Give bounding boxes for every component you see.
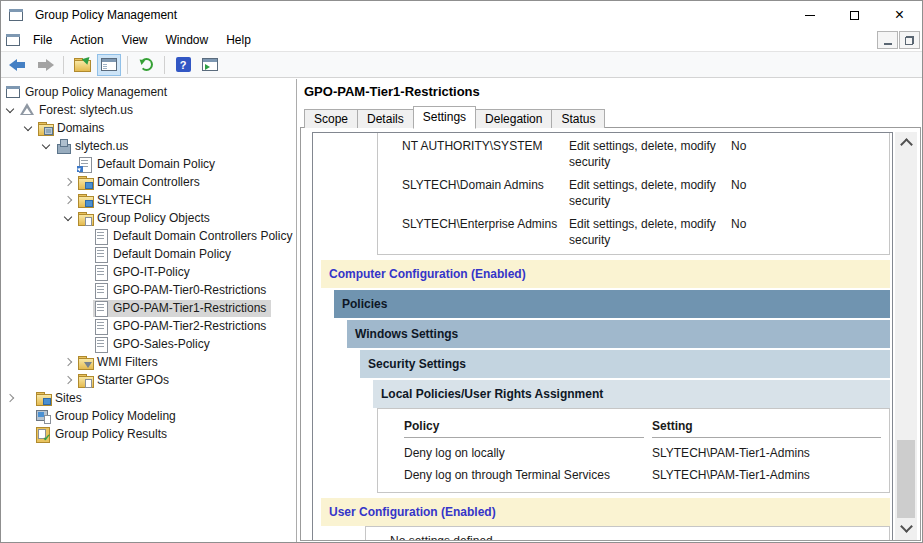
forward-button[interactable]: [33, 54, 57, 76]
policy-setting: SLYTECH\PAM-Tier1-Admins: [652, 460, 881, 482]
no-settings-text: No settings defined.: [390, 534, 496, 540]
tree-item-gpo-pam-tier1[interactable]: GPO-PAM-Tier1-Restrictions: [1, 299, 296, 317]
close-button[interactable]: ×: [877, 1, 922, 29]
gpo-scroll-icon: [93, 300, 109, 316]
tab-settings[interactable]: Settings: [413, 106, 476, 129]
allowed-permissions: Edit settings, delete, modify security: [569, 138, 731, 170]
allowed-permissions: Edit settings, delete, modify security: [569, 177, 731, 209]
delegation-row: SLYTECH\Enterprise Admins Edit settings,…: [378, 216, 889, 248]
policy-row: Deny log on locally SLYTECH\PAM-Tier1-Ad…: [404, 438, 881, 460]
tree-item-root[interactable]: Group Policy Management: [1, 83, 296, 101]
forest-icon: [19, 102, 35, 118]
policy-name: Deny log on locally: [404, 438, 644, 460]
policy-name: Deny log on through Terminal Services: [404, 460, 644, 482]
tree-item-wmi-filters[interactable]: WMI Filters: [1, 353, 296, 371]
console-tree-icon: [101, 58, 117, 71]
chevron-right-icon[interactable]: [61, 372, 77, 388]
domains-folder-icon: [37, 120, 53, 136]
tree-item-gpo-sales-policy[interactable]: GPO-Sales-Policy: [1, 335, 296, 353]
minimize-icon: [805, 15, 815, 16]
policy-settings-table: Policy Setting Deny log on locally SLYTE…: [377, 408, 890, 493]
menu-file[interactable]: File: [24, 29, 61, 51]
maximize-icon: [850, 11, 859, 20]
close-icon: ×: [895, 7, 904, 23]
scroll-down-button[interactable]: [895, 520, 917, 537]
minimize-button[interactable]: [787, 1, 832, 29]
tab-delegation[interactable]: Delegation: [475, 109, 552, 128]
chevron-down-icon[interactable]: [61, 210, 77, 226]
trustee-name: SLYTECH\Domain Admins: [402, 177, 569, 209]
user-configuration-banner[interactable]: User Configuration (Enabled): [321, 498, 890, 526]
tree-item-default-domain-policy-link[interactable]: Default Domain Policy: [1, 155, 296, 173]
tree-item-domain-controllers[interactable]: Domain Controllers: [1, 173, 296, 191]
menu-window[interactable]: Window: [157, 29, 218, 51]
policy-table-header: Policy Setting: [404, 419, 881, 438]
child-minimize-button[interactable]: [877, 31, 898, 49]
menu-view[interactable]: View: [113, 29, 157, 51]
child-restore-button[interactable]: [899, 31, 920, 49]
delegation-row: NT AUTHORITY\SYSTEM Edit settings, delet…: [378, 138, 889, 170]
tree-item-sites[interactable]: Sites: [1, 389, 296, 407]
policies-banner[interactable]: Policies: [334, 290, 890, 318]
tree-item-gpo-pam-tier2[interactable]: GPO-PAM-Tier2-Restrictions: [1, 317, 296, 335]
tree-item-gp-results[interactable]: Group Policy Results: [1, 425, 296, 443]
chevron-right-icon[interactable]: [61, 354, 77, 370]
inherited-flag: No: [731, 216, 889, 248]
tree-item-slytech-ou[interactable]: SLYTECH: [1, 191, 296, 209]
back-button[interactable]: [6, 54, 30, 76]
app-icon: [8, 7, 24, 23]
maximize-button[interactable]: [832, 1, 877, 29]
refresh-icon: [140, 58, 153, 71]
tree-item-domain-slytech[interactable]: slytech.us: [1, 137, 296, 155]
ou-folder-icon: [77, 174, 93, 190]
gpo-scroll-icon: [93, 336, 109, 352]
menu-bar: File Action View Window Help: [1, 29, 922, 51]
trustee-name: SLYTECH\Enterprise Admins: [402, 216, 569, 248]
mdi-child-icon: [5, 32, 21, 48]
trustee-name: NT AUTHORITY\SYSTEM: [402, 138, 569, 170]
windows-settings-banner[interactable]: Windows Settings: [347, 320, 890, 348]
gpo-scroll-icon: [93, 282, 109, 298]
gpo-folder-icon: [77, 210, 93, 226]
domain-icon: [55, 138, 71, 154]
menu-action[interactable]: Action: [61, 29, 112, 51]
chevron-right-icon[interactable]: [61, 192, 77, 208]
tree-item-starter-gpos[interactable]: Starter GPOs: [1, 371, 296, 389]
export-list-button[interactable]: [70, 54, 94, 76]
show-console-tree-button[interactable]: [97, 54, 121, 76]
chevron-right-icon[interactable]: [3, 390, 19, 406]
folder-up-icon: [74, 58, 90, 71]
tree-item-gpo-default-domain-policy[interactable]: Default Domain Policy: [1, 245, 296, 263]
computer-configuration-banner[interactable]: Computer Configuration (Enabled): [321, 260, 890, 288]
scroll-up-button[interactable]: [895, 135, 917, 152]
gp-modeling-icon: [35, 408, 51, 424]
help-button[interactable]: ?: [171, 54, 195, 76]
policy-row: Deny log on through Terminal Services SL…: [404, 460, 881, 482]
chevron-down-icon[interactable]: [3, 102, 19, 118]
user-configuration-empty: No settings defined.: [365, 526, 890, 540]
chevron-down-icon[interactable]: [39, 138, 55, 154]
menu-help[interactable]: Help: [217, 29, 260, 51]
allowed-permissions: Edit settings, delete, modify security: [569, 216, 731, 248]
tree-item-domains[interactable]: Domains: [1, 119, 296, 137]
tree-item-gpo-it-policy[interactable]: GPO-IT-Policy: [1, 263, 296, 281]
tab-details[interactable]: Details: [357, 109, 414, 128]
tree-item-gpo-default-dc-policy[interactable]: Default Domain Controllers Policy: [1, 227, 296, 245]
chevron-down-icon[interactable]: [21, 120, 37, 136]
report-scrollbar[interactable]: [895, 132, 917, 540]
user-rights-assignment-banner[interactable]: Local Policies/User Rights Assignment: [373, 380, 890, 408]
tab-status[interactable]: Status: [551, 109, 605, 128]
tab-scope[interactable]: Scope: [304, 109, 358, 128]
refresh-button[interactable]: [134, 54, 158, 76]
tree-item-gp-modeling[interactable]: Group Policy Modeling: [1, 407, 296, 425]
tree-item-gpo-pam-tier0[interactable]: GPO-PAM-Tier0-Restrictions: [1, 281, 296, 299]
delegation-table: NT AUTHORITY\SYSTEM Edit settings, delet…: [377, 133, 890, 255]
tree-item-forest[interactable]: Forest: slytech.us: [1, 101, 296, 119]
security-settings-banner[interactable]: Security Settings: [360, 350, 890, 378]
tree-item-group-policy-objects[interactable]: Group Policy Objects: [1, 209, 296, 227]
scrollbar-thumb[interactable]: [897, 440, 915, 518]
new-window-button[interactable]: [198, 54, 222, 76]
policy-setting: SLYTECH\PAM-Tier1-Admins: [652, 438, 881, 460]
tab-strip: Scope Details Settings Delegation Status: [304, 106, 604, 128]
chevron-right-icon[interactable]: [61, 174, 77, 190]
